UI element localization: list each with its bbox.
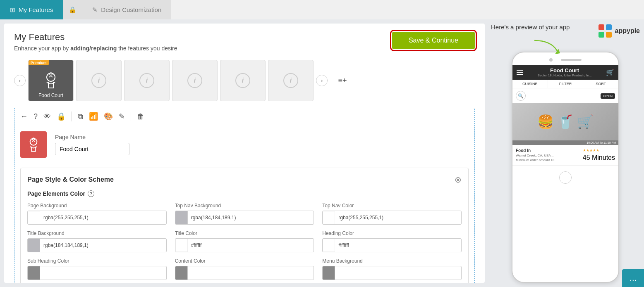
tab-lock[interactable]: 🔒 — [63, 0, 82, 19]
app-title-block: Food Court Sector 18, Noida, Uttar Prade… — [523, 67, 606, 77]
color-label-0: Page Background — [27, 203, 167, 209]
info-icon-3: i — [187, 73, 202, 88]
page-title: My Features — [14, 32, 177, 43]
add-more-button[interactable]: ≡+ — [330, 60, 355, 101]
back-icon[interactable]: ← — [20, 112, 28, 121]
feature-slot-1[interactable]: i — [76, 60, 122, 101]
restaurant-detail: Walnut Creek, CA, USA... — [516, 154, 554, 157]
restaurant-name: Food In — [516, 148, 554, 153]
page-name-row: Page Name — [20, 131, 469, 158]
grid-icon: ⊞ — [10, 6, 15, 14]
color-field-page-bg: Page Background rgba(255,255,255,1) — [27, 203, 167, 225]
color-value-3: rgba(184,184,189,1) — [40, 242, 166, 248]
preview-icon[interactable]: 👁 — [43, 112, 51, 121]
color-swatch-4[interactable] — [175, 239, 188, 252]
color-label-2: Top Nav Color — [322, 203, 462, 209]
chat-button[interactable]: ... — [622, 269, 644, 287]
filter-tab-cuisine[interactable]: CUISINE — [512, 80, 548, 88]
color-label-7: Content Color — [175, 258, 314, 264]
color-field-title-bg: Title Background rgba(184,184,189,1) — [27, 230, 167, 252]
subtitle-bold: adding/replacing — [70, 45, 117, 52]
home-button[interactable] — [559, 171, 572, 184]
color-swatch-3[interactable] — [28, 239, 40, 252]
filter-tab-sort[interactable]: SORT — [583, 80, 618, 88]
restaurant-detail2: Minimum order amount 10 — [516, 158, 554, 162]
color-input-2[interactable]: rgba(255,255,255,1) — [322, 211, 462, 225]
color-value-1: rgba(184,184,189,1) — [188, 215, 314, 221]
color-input-4[interactable]: #ffffff — [175, 238, 314, 252]
edit-icon: ✎ — [92, 6, 98, 14]
palette-icon[interactable]: 🎨 — [104, 112, 113, 121]
color-field-heading-color: Heading Color #ffffff — [322, 230, 462, 252]
phone-top-bar — [512, 57, 618, 65]
info-icon-4: i — [235, 73, 250, 88]
restaurant-card: Food In Walnut Creek, CA, USA... Minimum… — [512, 145, 618, 166]
hamburger-icon — [517, 70, 523, 75]
color-swatch-6[interactable] — [28, 266, 40, 280]
svg-rect-7 — [606, 32, 612, 38]
color-swatch-0[interactable] — [28, 211, 40, 224]
info-icon-5: i — [283, 73, 298, 88]
next-feature-button[interactable]: › — [316, 75, 328, 86]
phone-screen: Food Court Sector 18, Noida, Uttar Prade… — [512, 65, 618, 186]
color-input-0[interactable]: rgba(255,255,255,1) — [27, 211, 167, 225]
lock-toolbar-icon[interactable]: 🔒 — [57, 112, 66, 121]
close-color-scheme-button[interactable]: ⊗ — [455, 175, 462, 185]
tab-my-features-label: My Features — [19, 6, 53, 13]
edit-toolbar-icon[interactable]: ✎ — [119, 112, 125, 121]
tab-design-label: Design Customization — [101, 6, 161, 13]
page-config: Page Name Page Style & Color Scheme ⊗ Pa… — [20, 126, 469, 283]
prev-feature-button[interactable]: ‹ — [14, 75, 26, 86]
feature-slot-4[interactable]: i — [220, 60, 266, 101]
color-input-1[interactable]: rgba(184,184,189,1) — [175, 211, 314, 225]
color-label-3: Title Background — [27, 230, 167, 236]
color-input-5[interactable]: #ffffff — [322, 238, 462, 252]
page-chef-icon — [25, 136, 42, 153]
trash-icon[interactable]: 🗑 — [137, 112, 144, 121]
color-swatch-8[interactable] — [323, 266, 335, 280]
page-icon-box — [20, 131, 47, 158]
color-input-3[interactable]: rgba(184,184,189,1) — [27, 238, 167, 252]
page-name-input[interactable] — [55, 143, 129, 155]
color-field-content: Content Color — [175, 258, 314, 280]
feature-slot-5[interactable]: i — [268, 60, 314, 101]
app-title: Food Court — [523, 67, 606, 74]
subtitle-rest: the features you desire — [117, 45, 177, 52]
chef-icon — [41, 71, 61, 90]
top-navigation: ⊞ My Features 🔒 ✎ Design Customization — [0, 0, 644, 19]
cart-emoji: 🛒 — [577, 114, 594, 130]
main-layout: My Features Enhance your app by adding/r… — [0, 19, 644, 287]
feature-slot-3[interactable]: i — [172, 60, 218, 101]
color-swatch-5[interactable] — [323, 239, 335, 252]
color-swatch-1[interactable] — [175, 211, 188, 224]
restaurant-info: Food In Walnut Creek, CA, USA... Minimum… — [516, 148, 554, 162]
restaurant-right: ★★★★★ 45 Minutes — [583, 148, 615, 161]
chat-dots: ... — [630, 273, 637, 282]
lock-icon: 🔒 — [69, 6, 77, 14]
save-continue-button[interactable]: Save & Continue — [392, 32, 475, 49]
tab-design-customization[interactable]: ✎ Design Customization — [82, 0, 171, 19]
feature-food-court[interactable]: Premium Food Court — [28, 60, 74, 101]
elements-help-icon[interactable]: ? — [88, 190, 94, 197]
tab-my-features[interactable]: ⊞ My Features — [0, 0, 63, 19]
color-swatch-2[interactable] — [323, 211, 335, 224]
color-input-8[interactable] — [322, 266, 462, 280]
signal-icon[interactable]: 📶 — [89, 112, 98, 121]
color-label-8: Menu Background — [322, 258, 462, 264]
app-filter-bar: CUISINE FILTER SORT — [512, 80, 618, 88]
cart-icon: 🛒 — [606, 69, 614, 76]
filter-tab-filter[interactable]: FILTER — [548, 80, 584, 88]
color-swatch-7[interactable] — [175, 266, 188, 280]
color-input-7[interactable] — [175, 266, 314, 280]
help-icon[interactable]: ? — [34, 112, 38, 121]
feature-slot-2[interactable]: i — [124, 60, 170, 101]
color-field-top-nav-bg: Top Nav Background rgba(184,184,189,1) — [175, 203, 314, 225]
preview-label: Here's a preview of your app — [491, 24, 570, 31]
phone-home-btn — [512, 166, 618, 186]
color-input-6[interactable] — [27, 266, 167, 280]
drink-emoji: 🥤 — [557, 114, 574, 130]
search-icon[interactable]: 🔍 — [516, 91, 526, 101]
elements-label: Page Elements Color ? — [27, 190, 462, 197]
page-name-label: Page Name — [55, 134, 129, 140]
pages-icon[interactable]: ⧉ — [78, 112, 83, 121]
